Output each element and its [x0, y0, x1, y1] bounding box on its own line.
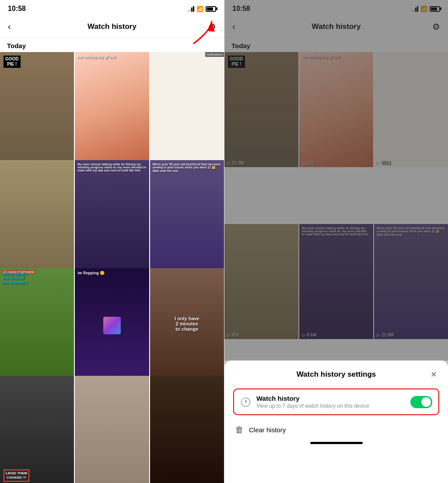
- notif-bar-3: notifications: [205, 52, 224, 57]
- video-text-2: me asking my gf out: [77, 55, 146, 59]
- video-thumb-7[interactable]: A 1 ounce of grenadine Alexa, what'sthe …: [0, 268, 74, 383]
- alexa-text: Alexa, what'sthe drink ofthe summer?: [3, 272, 28, 285]
- video-thumb-6[interactable]: When your 55 year old boyfriend Dad has …: [150, 160, 224, 275]
- settings-title: Watch history settings: [297, 370, 376, 379]
- video-thumb-3[interactable]: notifications ▷ 5511: [150, 52, 224, 167]
- settings-close-button[interactable]: ✕: [429, 369, 439, 380]
- watch-history-toggle[interactable]: [410, 396, 432, 408]
- trash-icon: 🗑: [235, 425, 244, 435]
- settings-header: Watch history settings ✕: [233, 369, 439, 380]
- left-video-grid: GOODPIE ! ▷ 50.9M me asking my gf out ▷ …: [0, 52, 224, 483]
- video-thumb-10[interactable]: LIKED THEMCOOKED ?! ▷ 45.5M: [0, 376, 74, 483]
- left-back-button[interactable]: ‹: [8, 21, 21, 32]
- watch-history-label: Watch history: [256, 395, 405, 402]
- video-text-6: When your 55 year old boyfriend Dad has …: [153, 163, 221, 172]
- liked-badge: LIKED THEMCOOKED ?!: [4, 469, 29, 481]
- video-thumb-12[interactable]: ▷ 790: [150, 376, 224, 483]
- clear-history-label: Clear history: [249, 426, 286, 434]
- right-phone-panel: 10:58 📶 ‹ Watch history ⚙ Today GOODPIE …: [224, 0, 448, 483]
- left-status-time: 10:58: [8, 5, 26, 13]
- watch-history-toggle-row[interactable]: 🕐 Watch history View up to 7 days of wat…: [233, 388, 439, 415]
- video-thumb-9[interactable]: I only have2 minutesto change ▷ 38.7M: [150, 268, 224, 383]
- wifi-icon: 📶: [196, 6, 203, 12]
- video-text-5: My inner demon talking while im filming …: [77, 163, 146, 172]
- left-phone-panel: 10:58 📶 ‹ Watch history ⚙ Today: [0, 0, 224, 483]
- video-thumb-8[interactable]: im flopping 😕 ▷ 725: [75, 268, 149, 383]
- watch-history-sublabel: View up to 7 days of watch history on th…: [256, 403, 405, 409]
- watch-history-text: Watch history View up to 7 days of watch…: [256, 395, 405, 409]
- battery-icon: [206, 6, 216, 12]
- video-thumb-4[interactable]: ▷ 656: [0, 160, 74, 275]
- left-status-bar: 10:58 📶: [0, 0, 224, 16]
- left-page-title: Watch history: [88, 22, 136, 31]
- video-thumb-1[interactable]: GOODPIE ! ▷ 50.9M: [0, 52, 74, 167]
- toggle-knob: [421, 397, 431, 407]
- goodpie-badge: GOODPIE !: [4, 56, 21, 68]
- left-header: ‹ Watch history ⚙: [0, 16, 224, 38]
- left-gear-button[interactable]: ⚙: [203, 21, 216, 32]
- settings-panel: Watch history settings ✕ 🕐 Watch history…: [224, 360, 448, 483]
- video-thumb-5[interactable]: My inner demon talking while im filming …: [75, 160, 149, 275]
- clock-icon: 🕐: [240, 397, 251, 407]
- settings-sheet: Watch history settings ✕ 🕐 Watch history…: [224, 0, 448, 483]
- signal-icon: [188, 6, 194, 12]
- cube-visual: [103, 317, 121, 334]
- clear-history-row[interactable]: 🗑 Clear history: [233, 421, 439, 438]
- change-text: I only have2 minutesto change: [154, 316, 220, 332]
- video-thumb-2[interactable]: me asking my gf out ▷ 226: [75, 52, 149, 167]
- video-thumb-11[interactable]: ▷ 2.2M: [75, 376, 149, 483]
- home-indicator: [310, 442, 363, 444]
- video-text-8: im flopping 😕: [77, 271, 146, 275]
- left-section-today: Today: [0, 38, 224, 52]
- left-status-icons: 📶: [188, 6, 216, 12]
